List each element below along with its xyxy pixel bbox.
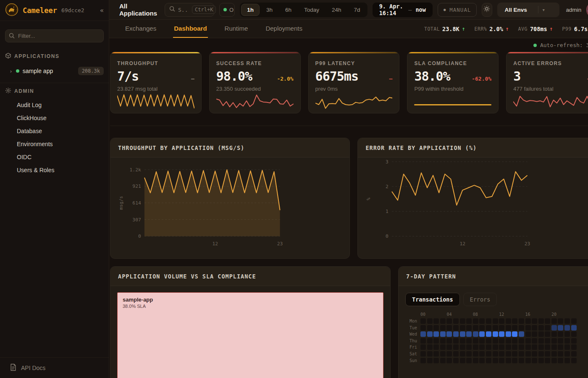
toggle-errors[interactable]: Errors xyxy=(463,293,497,306)
heatmap-cell xyxy=(564,338,570,344)
avatar[interactable]: AD xyxy=(586,3,588,16)
heatmap-cell xyxy=(538,344,544,350)
kpi-accent-bar xyxy=(210,52,300,53)
sidebar-collapse-button[interactable]: « xyxy=(100,7,104,14)
tab-dashboard[interactable]: Dashboard xyxy=(173,20,207,38)
heatmap-cell xyxy=(499,358,504,363)
stat-err: ERR%2.0%↑ xyxy=(475,26,509,32)
environment-select[interactable]: All Envs ▾ xyxy=(497,3,559,17)
kpi-progress-bar xyxy=(414,104,491,105)
kpi-delta: – xyxy=(389,76,393,82)
heatmap-cell xyxy=(519,344,524,350)
tab-runtime[interactable]: Runtime xyxy=(224,20,249,38)
svg-text:921: 921 xyxy=(132,184,141,189)
heatmap-cell xyxy=(506,358,511,363)
heatmap-cell xyxy=(460,344,465,350)
heatmap-row-tue: Tue xyxy=(405,325,588,331)
toggle-transactions[interactable]: Transactions xyxy=(405,293,460,306)
treemap-body: sample-app 38.0% SLA xyxy=(110,286,390,378)
heatmap-cell xyxy=(499,338,504,344)
svg-text:307: 307 xyxy=(132,217,141,223)
sidebar-item-database[interactable]: Database xyxy=(0,124,109,137)
dashboard-content: Auto-refresh: 30s THROUGHPUT7/s–23.827 m… xyxy=(109,38,588,378)
pattern-toggle-group: TransactionsErrors xyxy=(405,293,588,306)
kpi-subtext: P99 within threshold xyxy=(414,86,491,92)
sidebar-item-environments[interactable]: Environments xyxy=(0,137,109,150)
sidebar-item-clickhouse[interactable]: ClickHouse xyxy=(0,111,109,124)
heatmap-cell xyxy=(571,338,577,344)
sidebar-item-sample-app[interactable]: › sample app 208.3k xyxy=(0,63,109,79)
svg-text:msg/s: msg/s xyxy=(118,196,124,210)
kpi-accent-bar xyxy=(309,52,399,53)
search-input[interactable] xyxy=(178,7,189,13)
heatmap-cell xyxy=(479,331,485,337)
global-search[interactable]: Ctrl+K xyxy=(165,3,214,17)
kpi-subtext: 477 failures total xyxy=(513,86,588,92)
heatmap-hour-label: 12 xyxy=(499,312,504,317)
application-count-badge: 208.3k xyxy=(78,67,104,75)
heatmap-hour-label: 00 xyxy=(420,312,425,317)
sun-icon xyxy=(483,5,490,14)
heatmap-cells xyxy=(420,338,577,344)
time-range-1h[interactable]: 1h xyxy=(241,4,260,16)
heatmap-cell xyxy=(466,358,472,363)
sidebar-item-users-roles[interactable]: Users & Roles xyxy=(0,163,109,176)
sidebar-item-oidc[interactable]: OIDC xyxy=(0,150,109,163)
heatmap-cell xyxy=(499,331,504,337)
heatmap-cell xyxy=(538,338,544,344)
trend-arrow-icon: ↑ xyxy=(506,26,509,32)
heatmap-cell xyxy=(519,331,524,337)
trend-arrow-icon: ↑ xyxy=(462,26,465,32)
heatmap-cell xyxy=(499,325,504,331)
date-from: 9. Apr. 16:14 xyxy=(379,3,405,16)
tab-deployments[interactable]: Deployments xyxy=(265,20,303,38)
tab-exchanges[interactable]: Exchanges xyxy=(124,20,157,38)
heatmap-cell xyxy=(558,318,563,324)
heatmap-cell xyxy=(545,331,550,337)
heatmap-day-label: Sun xyxy=(405,358,417,363)
stat-value: 2.0% xyxy=(489,26,503,32)
heatmap-cell xyxy=(453,318,459,324)
application-name: sample app xyxy=(23,68,53,74)
filter-input[interactable] xyxy=(5,29,104,42)
date-to: now xyxy=(415,6,425,13)
online-status-button[interactable]: O xyxy=(219,3,235,17)
heatmap-cell xyxy=(479,358,485,363)
heatmap-cell xyxy=(512,325,517,331)
heatmap-cell xyxy=(473,331,478,337)
manual-refresh-button[interactable]: ● MANUAL xyxy=(438,3,477,17)
error-rate-chart: 01231223% xyxy=(358,158,588,258)
heatmap-cell xyxy=(525,325,531,331)
kpi-label: SLA COMPLIANCE xyxy=(414,60,491,66)
time-range-today[interactable]: Today xyxy=(298,4,325,16)
time-range-24h[interactable]: 24h xyxy=(326,4,347,16)
manual-dot-icon: ● xyxy=(444,8,446,12)
time-range-6h[interactable]: 6h xyxy=(279,4,297,16)
heatmap-cell xyxy=(551,338,557,344)
heatmap-cell xyxy=(420,344,426,350)
heatmap-cell xyxy=(440,344,446,350)
kpi-subtext: prev 0ms xyxy=(315,86,393,92)
svg-text:3: 3 xyxy=(386,159,388,165)
heatmap-cell xyxy=(532,318,537,324)
date-range-display[interactable]: 9. Apr. 16:14 — now xyxy=(373,3,433,17)
heatmap-cell xyxy=(551,325,557,331)
refresh-dot-icon xyxy=(533,44,537,47)
heatmap-cell xyxy=(420,351,426,357)
heatmap-cell xyxy=(460,338,465,344)
treemap-cell-sample-app[interactable]: sample-app 38.0% SLA xyxy=(117,292,383,378)
kpi-accent-bar xyxy=(507,52,588,53)
sidebar-item-api-docs[interactable]: API Docs xyxy=(0,357,109,378)
time-range-3h[interactable]: 3h xyxy=(260,4,278,16)
charts-row: THROUGHPUT BY APPLICATION (MSG/S) 030761… xyxy=(110,138,588,259)
expand-chevron-icon[interactable]: › xyxy=(9,68,13,74)
heatmap-cell xyxy=(486,338,491,344)
heatmap-cell xyxy=(466,318,472,324)
treemap-cell-name: sample-app xyxy=(123,297,378,303)
heatmap-cell xyxy=(427,358,433,363)
sidebar-item-audit-log[interactable]: Audit Log xyxy=(0,98,109,111)
heatmap-cell xyxy=(519,325,524,331)
theme-toggle-button[interactable] xyxy=(482,3,492,17)
time-range-7d[interactable]: 7d xyxy=(348,4,366,16)
stat-value: 23.8K xyxy=(442,26,459,32)
